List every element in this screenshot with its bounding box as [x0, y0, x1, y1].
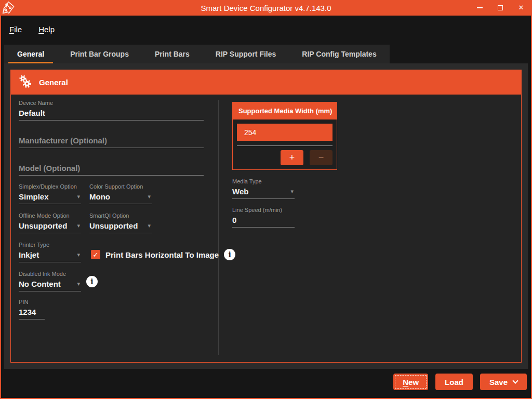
maximize-icon[interactable] [497, 4, 504, 11]
media-width-list-item[interactable]: 254 [237, 124, 332, 141]
printer-type-value[interactable]: Inkjet [19, 250, 39, 259]
device-name-input[interactable]: Default [19, 109, 204, 120]
smartqi-label: SmartQI Option [89, 212, 152, 219]
chevron-down-icon: ▾ [77, 280, 80, 288]
title-bar: Smart Device Configurator v4.7.143.0 ✕ [0, 0, 532, 16]
close-icon[interactable]: ✕ [517, 4, 525, 11]
print-bars-horizontal-row: ✓ Print Bars Horizontal To Image i [91, 249, 235, 260]
info-icon[interactable]: i [86, 276, 98, 287]
chevron-down-icon: ▾ [148, 192, 151, 201]
menu-bar: File Help [9, 17, 55, 42]
chevron-down-icon: ▾ [148, 221, 151, 230]
line-speed-label: Line Speed (m/min) [232, 207, 295, 213]
column-divider [218, 100, 219, 355]
panel-title: General [39, 78, 68, 87]
supported-media-width-panel: Supported Media Width (mm) 254 + − [232, 102, 337, 170]
line-speed-field[interactable]: Line Speed (m/min) 0 [232, 207, 295, 228]
print-bars-horizontal-checkbox[interactable]: ✓ [91, 250, 100, 259]
device-name-field[interactable]: Device Name Default [19, 100, 204, 121]
load-button[interactable]: Load [435, 374, 473, 390]
tab-print-bar-groups[interactable]: Print Bar Groups [57, 45, 142, 63]
color-support-label: Color Support Option [89, 183, 152, 190]
media-type-label: Media Type [232, 178, 295, 184]
chevron-down-icon [512, 378, 518, 383]
disabled-ink-info-row: i [86, 276, 98, 287]
offline-mode-select[interactable]: Offline Mode Option Unsupported▾ [19, 212, 81, 233]
disabled-ink-mode-label: Disabled Ink Mode [19, 271, 81, 277]
device-name-label: Device Name [19, 100, 204, 106]
color-support-value[interactable]: Mono [89, 192, 110, 201]
gears-icon [18, 74, 33, 91]
remove-media-width-button[interactable]: − [310, 150, 332, 165]
color-support-select[interactable]: Color Support Option Mono▾ [89, 183, 152, 204]
chevron-down-icon: ▾ [290, 187, 294, 196]
printer-type-label: Printer Type [19, 242, 81, 248]
disabled-ink-mode-select[interactable]: Disabled Ink Mode No Content▾ [19, 271, 81, 291]
offline-mode-value[interactable]: Unsupported [19, 221, 67, 230]
info-icon[interactable]: i [224, 249, 235, 260]
media-type-value[interactable]: Web [232, 187, 248, 196]
media-type-select[interactable]: Media Type Web▾ [232, 178, 295, 199]
print-bars-horizontal-label: Print Bars Horizontal To Image [105, 250, 219, 259]
manufacturer-input[interactable]: Manufacturer (Optional) [19, 136, 204, 148]
add-media-width-button[interactable]: + [281, 150, 303, 165]
tab-strip: General Print Bar Groups Print Bars RIP … [4, 45, 390, 63]
chevron-down-icon: ▾ [77, 192, 80, 201]
disabled-ink-mode-value[interactable]: No Content [19, 280, 61, 288]
printer-type-select[interactable]: Printer Type Inkjet▾ [19, 242, 81, 262]
model-input[interactable]: Model (Optional) [19, 164, 204, 175]
line-speed-input[interactable]: 0 [232, 216, 295, 227]
content-container: General Device Name Default Manufacturer… [4, 63, 528, 369]
simplex-duplex-select[interactable]: Simplex/Duplex Option Simplex▾ [19, 183, 81, 204]
footer-actions: New Load Save [393, 374, 527, 390]
new-button[interactable]: New [393, 374, 428, 390]
menu-help[interactable]: Help [38, 25, 55, 34]
media-width-buttons: + − [233, 146, 337, 165]
smartqi-value[interactable]: Unsupported [89, 221, 138, 230]
offline-mode-label: Offline Mode Option [19, 212, 81, 219]
tab-print-bars[interactable]: Print Bars [142, 45, 203, 63]
simplex-duplex-value[interactable]: Simplex [19, 192, 49, 201]
app-window: Smart Device Configurator v4.7.143.0 ✕ F… [0, 0, 532, 399]
model-field[interactable]: Model (Optional) [19, 164, 204, 176]
manufacturer-field[interactable]: Manufacturer (Optional) [19, 136, 204, 148]
tab-rip-config-templates[interactable]: RIP Config Templates [289, 45, 389, 63]
panel-body: Device Name Default Manufacturer (Option… [11, 95, 521, 362]
tab-rip-support-files[interactable]: RIP Support Files [203, 45, 289, 63]
menu-file[interactable]: File [9, 25, 22, 34]
pin-label: PIN [19, 299, 45, 305]
save-button[interactable]: Save [480, 374, 527, 390]
general-panel: General Device Name Default Manufacturer… [10, 70, 522, 363]
window-title: Smart Device Configurator v4.7.143.0 [0, 4, 532, 12]
simplex-duplex-label: Simplex/Duplex Option [19, 183, 81, 190]
panel-header: General [11, 70, 521, 95]
chevron-down-icon: ▾ [77, 250, 80, 259]
minimize-icon[interactable] [476, 4, 483, 11]
smartqi-select[interactable]: SmartQI Option Unsupported▾ [89, 212, 152, 233]
chevron-down-icon: ▾ [77, 221, 80, 230]
supported-media-width-title: Supported Media Width (mm) [233, 102, 337, 119]
pin-field[interactable]: PIN 1234 [19, 299, 45, 320]
tab-general[interactable]: General [4, 45, 57, 63]
pin-input[interactable]: 1234 [19, 308, 45, 319]
